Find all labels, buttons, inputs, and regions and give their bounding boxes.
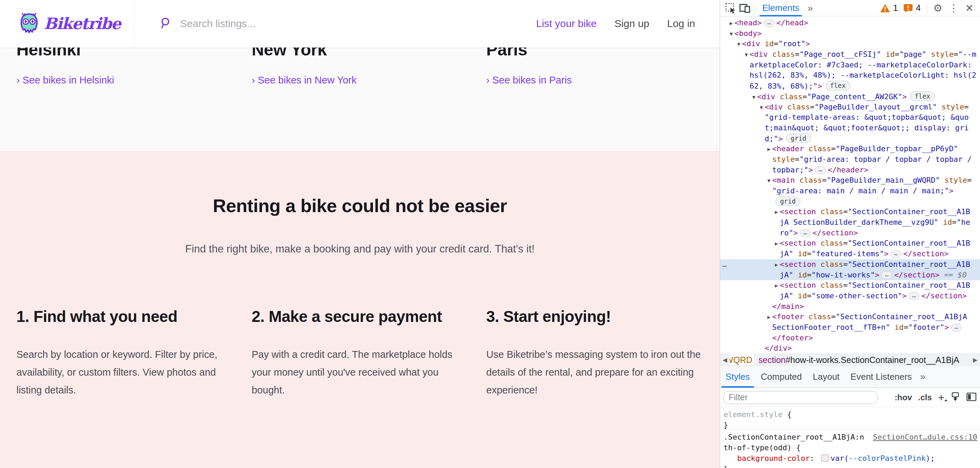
- expand-arrow-closed-icon[interactable]: ▶: [775, 207, 780, 217]
- collapsed-children-ellipsis-icon[interactable]: …: [764, 19, 774, 27]
- element-style-block[interactable]: element.style { }: [720, 407, 980, 430]
- expand-arrow-closed-icon[interactable]: ▶: [730, 18, 735, 29]
- expand-arrow-open-icon[interactable]: ▼: [745, 49, 749, 60]
- dom-tree-row[interactable]: </div>: [720, 343, 980, 354]
- dom-tree-row[interactable]: …▶<section class="SectionContainer_root_…: [720, 259, 980, 270]
- kebab-menu-icon[interactable]: ⋮: [947, 2, 961, 15]
- city-link[interactable]: › See bikes in New York: [252, 75, 356, 86]
- dom-tree-row[interactable]: ▶<footer class="SectionContainer_root__A…: [720, 312, 980, 322]
- dom-tree-row[interactable]: jA" id="how-it-works">…</section> == $0: [720, 270, 980, 281]
- tab-styles[interactable]: Styles: [720, 366, 756, 388]
- breadcrumb-previous-crumb[interactable]: WQRD: [730, 354, 754, 366]
- dom-tree-row[interactable]: ▼<div class="Page_content__AW2GK">flex: [720, 91, 980, 102]
- dom-tree-row[interactable]: </main>: [720, 301, 980, 312]
- close-devtools-icon[interactable]: ✕: [962, 2, 977, 15]
- expand-arrow-closed-icon[interactable]: ▶: [775, 260, 780, 270]
- dom-tree-row[interactable]: ▶<section class="SectionContainer_root__…: [720, 238, 980, 249]
- toggle-class-button[interactable]: .cls: [918, 393, 932, 402]
- dom-tree-row[interactable]: ▼<div class="Page_root__cFSIj" id="page"…: [720, 49, 980, 60]
- dom-tree-row[interactable]: d;">grid: [720, 133, 980, 144]
- brand-logo[interactable]: Biketribe: [20, 0, 121, 47]
- expand-arrow-closed-icon[interactable]: ▶: [775, 238, 780, 249]
- more-tabs-icon[interactable]: »: [805, 3, 816, 14]
- dom-tree-row[interactable]: ▼<body>: [720, 29, 980, 39]
- dom-tree-row[interactable]: grid: [720, 197, 980, 207]
- dom-tree-row[interactable]: arketplaceColor: #7c3aed; --marketplaceC…: [720, 60, 980, 70]
- dom-tree-row[interactable]: ▼<div id="root">: [720, 39, 980, 49]
- expand-arrow-open-icon[interactable]: ▼: [737, 39, 742, 49]
- stylesheet-source-link[interactable]: SectionCont…dule.css:10: [873, 432, 977, 443]
- css-custom-property-link[interactable]: --colorPastelPink: [848, 454, 926, 463]
- device-toolbar-icon[interactable]: [738, 2, 752, 15]
- dom-code-segment: class: [804, 313, 831, 321]
- dom-tree-row[interactable]: ▶<head>…</head>: [720, 18, 980, 29]
- dom-tree-row[interactable]: ro">…</section>: [720, 228, 980, 238]
- expand-arrow-closed-icon[interactable]: ▶: [775, 281, 780, 291]
- search-input[interactable]: [180, 17, 420, 30]
- dock-sidebar-icon[interactable]: [966, 392, 977, 403]
- dom-tree-row[interactable]: jA" id="featured-items">…</section>: [720, 249, 980, 259]
- tab-computed[interactable]: Computed: [756, 366, 807, 388]
- warning-icon[interactable]: [879, 2, 891, 15]
- css-value-fn: var(: [830, 454, 848, 463]
- collapsed-children-ellipsis-icon[interactable]: …: [909, 292, 920, 300]
- dom-tree-row[interactable]: ▼<main class="PageBuilder_main__gWQRD" s…: [720, 175, 980, 186]
- grid-badge[interactable]: grid: [786, 133, 811, 143]
- color-swatch[interactable]: [821, 455, 828, 462]
- new-style-rule-icon[interactable]: +: [938, 392, 944, 403]
- collapsed-children-ellipsis-icon[interactable]: …: [800, 229, 810, 237]
- dom-tree-row[interactable]: style="grid-area: topbar / topbar / topb…: [720, 154, 980, 165]
- tab-elements[interactable]: Elements: [757, 0, 805, 16]
- collapsed-children-ellipsis-icon[interactable]: …: [815, 166, 826, 174]
- collapsed-children-ellipsis-icon[interactable]: …: [951, 324, 962, 332]
- dom-tree-row[interactable]: SectionFooter_root__fTB+n" id="footer">…: [720, 322, 980, 333]
- dom-tree-row[interactable]: ▼<div class="PageBuilder_layout__grcml" …: [720, 102, 980, 113]
- tab-event-listeners[interactable]: Event Listeners: [845, 366, 917, 388]
- expand-arrow-closed-icon[interactable]: ▶: [767, 312, 772, 323]
- dom-tree-row[interactable]: ▶<section class="SectionContainer_root__…: [720, 207, 980, 217]
- breadcrumb-left-arrow-icon[interactable]: ◀: [720, 357, 730, 364]
- dom-tree-row[interactable]: t;main&quot; &quot;footer&quot;; display…: [720, 123, 980, 133]
- dom-tree-row[interactable]: "grid-template-areas: &quot;topbar&quot;…: [720, 112, 980, 123]
- inspect-element-icon[interactable]: [724, 2, 738, 15]
- dom-tree-row[interactable]: hsl(262, 83%, 48%); --marketplaceColorLi…: [720, 70, 980, 81]
- expand-arrow-open-icon[interactable]: ▼: [730, 29, 735, 39]
- breadcrumb-right-arrow-icon[interactable]: ▶: [970, 357, 980, 364]
- dom-tree-row[interactable]: "grid-area: main / main / main / main;">: [720, 186, 980, 197]
- collapsed-children-ellipsis-icon[interactable]: …: [881, 271, 892, 279]
- breadcrumb-current-crumb[interactable]: section#how-it-works.SectionContainer_ro…: [754, 355, 970, 365]
- css-declaration[interactable]: background-color: var(--colorPastelPink)…: [724, 453, 977, 463]
- dom-code-segment: "PageBuilder_topbar__pP6yD": [835, 144, 958, 153]
- toggle-hover-state-button[interactable]: :hov: [895, 393, 912, 402]
- expand-arrow-closed-icon[interactable]: ▶: [767, 144, 772, 155]
- flex-badge[interactable]: flex: [826, 81, 850, 90]
- log-in-link[interactable]: Log in: [667, 18, 695, 29]
- grid-badge[interactable]: grid: [776, 197, 800, 206]
- dom-tree-row[interactable]: ▶<section class="SectionContainer_root__…: [720, 280, 980, 291]
- collapsed-children-ellipsis-icon[interactable]: …: [891, 250, 901, 258]
- dom-tree-row[interactable]: jA SectionBuilder_darkTheme__vzg9U" id="…: [720, 217, 980, 228]
- city-link[interactable]: › See bikes in Paris: [486, 75, 572, 86]
- issues-icon[interactable]: [902, 2, 914, 15]
- settings-gear-icon[interactable]: ⚙: [931, 2, 945, 15]
- expand-arrow-open-icon[interactable]: ▼: [752, 92, 757, 103]
- flex-badge[interactable]: flex: [910, 91, 935, 101]
- dom-tree[interactable]: ▶<head>…</head>▼<body>▼<div id="root">▼<…: [720, 16, 980, 354]
- dom-tree-row[interactable]: </footer>: [720, 333, 980, 343]
- dom-tree-row[interactable]: 62, 83%, 68%);">flex: [720, 81, 980, 91]
- more-sidebar-tabs-icon[interactable]: »: [917, 371, 928, 382]
- list-your-bike-link[interactable]: List your bike: [536, 18, 597, 29]
- city-link[interactable]: › See bikes in Helsinki: [16, 75, 114, 86]
- row-gutter-ellipsis-icon[interactable]: …: [722, 259, 727, 270]
- tab-layout[interactable]: Layout: [807, 366, 845, 388]
- dom-tree-row[interactable]: ▶<header class="PageBuilder_topbar__pP6y…: [720, 144, 980, 154]
- sign-up-link[interactable]: Sign up: [615, 18, 649, 29]
- styles-filter-input[interactable]: [724, 391, 878, 404]
- dom-tree-row[interactable]: topbar;">…</header>: [720, 165, 980, 176]
- expand-arrow-open-icon[interactable]: ▼: [767, 176, 772, 186]
- rendering-emulation-icon[interactable]: [951, 392, 960, 403]
- css-rule-block[interactable]: SectionCont…dule.css:10 .SectionContaine…: [720, 430, 980, 468]
- dom-tree-row[interactable]: jA" id="some-other-section">…</section>: [720, 291, 980, 301]
- expand-arrow-open-icon[interactable]: ▼: [760, 102, 765, 113]
- dom-code-segment: >: [949, 186, 954, 195]
